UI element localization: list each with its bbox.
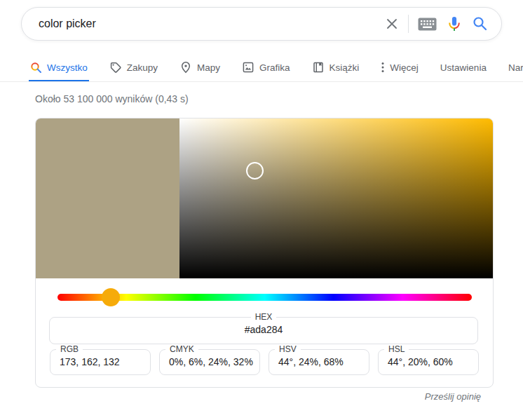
hsl-label: HSL bbox=[384, 344, 409, 354]
hsl-value[interactable]: 44°, 20%, 60% bbox=[379, 354, 478, 367]
tab-label: Zakupy bbox=[127, 62, 158, 73]
current-color-swatch bbox=[36, 118, 179, 278]
hsv-value[interactable]: 44°, 24%, 68% bbox=[269, 354, 369, 367]
image-icon bbox=[242, 61, 254, 74]
search-bar-divider bbox=[408, 15, 409, 33]
tab-label: Ustawienia bbox=[440, 62, 487, 73]
rgb-field[interactable]: RGB 173, 162, 132 bbox=[50, 344, 151, 375]
book-icon bbox=[312, 61, 325, 74]
search-bar: color picker bbox=[21, 7, 502, 41]
search-submit-icon[interactable] bbox=[472, 15, 489, 32]
pin-icon bbox=[179, 61, 192, 74]
keyboard-icon[interactable] bbox=[418, 18, 437, 31]
tab-label: Mapy bbox=[197, 62, 220, 73]
tab-label: Więcej bbox=[390, 62, 419, 73]
google-results-page: color picker bbox=[0, 0, 523, 420]
hsv-label: HSV bbox=[275, 344, 301, 354]
results-tabs: Wszystko Zakupy Mapy bbox=[29, 55, 523, 82]
tab-label: Wszystko bbox=[47, 62, 88, 73]
picker-top bbox=[36, 118, 493, 278]
tab-label: Narzędzia bbox=[508, 62, 523, 73]
cmyk-label: CMYK bbox=[165, 344, 198, 354]
search-input[interactable]: color picker bbox=[39, 18, 385, 30]
tab-wiecej[interactable]: Więcej bbox=[379, 55, 420, 82]
cmyk-field[interactable]: CMYK 0%, 6%, 24%, 32% bbox=[159, 344, 260, 375]
tab-mapy[interactable]: Mapy bbox=[178, 55, 222, 82]
hsl-field[interactable]: HSL 44°, 20%, 60% bbox=[378, 344, 479, 375]
tab-label: Grafika bbox=[259, 62, 290, 73]
tab-ustawienia[interactable]: Ustawienia bbox=[439, 55, 488, 82]
rgb-value[interactable]: 173, 162, 132 bbox=[50, 354, 150, 367]
tab-zakupy[interactable]: Zakupy bbox=[108, 55, 159, 82]
tab-wszystko[interactable]: Wszystko bbox=[29, 55, 89, 82]
tag-icon bbox=[109, 61, 122, 74]
clear-icon[interactable] bbox=[385, 17, 399, 31]
cmyk-value[interactable]: 0%, 6%, 24%, 32% bbox=[160, 354, 259, 367]
header-divider bbox=[0, 81, 523, 82]
result-stats: Około 53 100 000 wyników (0,43 s) bbox=[35, 93, 189, 104]
color-fields-row: RGB 173, 162, 132 CMYK 0%, 6%, 24%, 32% … bbox=[50, 344, 479, 375]
hex-value[interactable]: #ada284 bbox=[50, 322, 477, 335]
tab-label: Książki bbox=[330, 62, 360, 73]
color-picker-widget: HEX #ada284 RGB 173, 162, 132 CMYK 0%, 6… bbox=[35, 118, 494, 388]
tab-narzedzia[interactable]: Narzędzia bbox=[507, 55, 523, 82]
hex-label: HEX bbox=[251, 312, 277, 322]
search-icon bbox=[30, 62, 42, 74]
hsv-field[interactable]: HSV 44°, 24%, 68% bbox=[269, 344, 369, 375]
more-vert-icon bbox=[381, 62, 385, 73]
tab-ksiazki[interactable]: Książki bbox=[311, 55, 361, 82]
hex-field[interactable]: HEX #ada284 bbox=[49, 312, 478, 344]
microphone-icon[interactable] bbox=[446, 15, 463, 32]
rgb-label: RGB bbox=[56, 344, 83, 354]
color-selector-ring[interactable] bbox=[246, 162, 264, 179]
send-feedback-link[interactable]: Prześlij opinię bbox=[425, 391, 481, 402]
saturation-value-area[interactable] bbox=[179, 118, 493, 278]
tab-grafika[interactable]: Grafika bbox=[240, 55, 292, 82]
hue-slider-handle[interactable] bbox=[102, 288, 120, 306]
